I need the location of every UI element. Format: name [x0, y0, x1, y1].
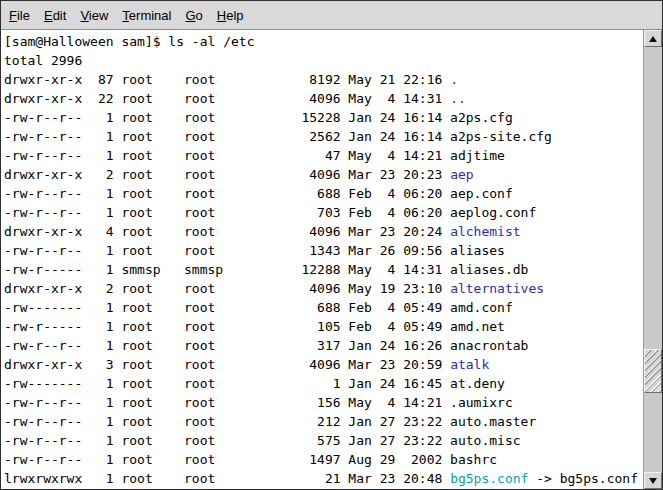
- terminal-line: -rw-r--r-- 1 root root 156 May 4 14:21 .…: [4, 393, 643, 412]
- arrow-up-icon: [649, 36, 657, 42]
- terminal-line: drwxr-xr-x 22 root root 4096 May 4 14:31…: [4, 89, 643, 108]
- terminal-line: -rw-r--r-- 1 root root 575 Jan 27 23:22 …: [4, 431, 643, 450]
- terminal-text: drwxr-xr-x 22 root root 4096 May 4 14:31: [4, 91, 450, 106]
- directory-name: .: [450, 72, 458, 87]
- terminal-text: total 2996: [4, 53, 82, 68]
- menu-file[interactable]: File: [2, 3, 37, 28]
- menu-help[interactable]: Help: [210, 3, 251, 28]
- terminal-text: -rw-r--r-- 1 root root 317 Jan 24 16:26 …: [4, 338, 528, 353]
- terminal-line: -rw-r--r-- 1 root root 688 Feb 4 06:20 a…: [4, 184, 643, 203]
- menu-go[interactable]: Go: [178, 3, 209, 28]
- scrollbar-track[interactable]: [644, 47, 662, 472]
- terminal-text: -rw------- 1 root root 1 Jan 24 16:45 at…: [4, 376, 505, 391]
- terminal-text: -rw-r--r-- 1 root root 47 May 4 14:21 ad…: [4, 148, 505, 163]
- terminal-text: drwxr-xr-x 87 root root 8192 May 21 22:1…: [4, 72, 450, 87]
- terminal-text: -rw-r--r-- 1 root root 1497 Aug 29 2002 …: [4, 452, 497, 467]
- scroll-down-button[interactable]: [644, 472, 662, 489]
- terminal-line: -rw------- 1 root root 1 Jan 24 16:45 at…: [4, 374, 643, 393]
- terminal-line: drwxr-xr-x 2 root root 4096 May 19 23:10…: [4, 279, 643, 298]
- terminal-text: lrwxrwxrwx 1 root root 21 Mar 23 20:48: [4, 471, 450, 486]
- terminal-text: [sam@Halloween sam]$ ls -al /etc: [4, 34, 254, 49]
- terminal-text: -rw-r--r-- 1 root root 703 Feb 4 06:20 a…: [4, 205, 536, 220]
- scrollbar-thumb[interactable]: [644, 349, 662, 393]
- scrollbar: [643, 30, 662, 489]
- terminal-line: drwxr-xr-x 2 root root 4096 Mar 23 20:23…: [4, 165, 643, 184]
- terminal-line: total 2996: [4, 51, 643, 70]
- scroll-up-button[interactable]: [644, 30, 662, 47]
- terminal-text: -rw-r--r-- 1 root root 212 Jan 27 23:22 …: [4, 414, 536, 429]
- terminal-line: -rw-r--r-- 1 root root 212 Jan 27 23:22 …: [4, 412, 643, 431]
- symlink-name: bg5ps.conf: [450, 471, 528, 486]
- terminal-window: FileEditViewTerminalGoHelp [sam@Hallowee…: [0, 0, 663, 490]
- terminal-line: -rw-r--r-- 1 root root 15228 Jan 24 16:1…: [4, 108, 643, 127]
- terminal-line: -rw-r----- 1 root root 105 Feb 4 05:49 a…: [4, 317, 643, 336]
- terminal-line: -rw-r--r-- 1 root root 1343 Mar 26 09:56…: [4, 241, 643, 260]
- menu-edit[interactable]: Edit: [37, 3, 73, 28]
- terminal-output[interactable]: [sam@Halloween sam]$ ls -al /etctotal 29…: [1, 30, 643, 489]
- terminal-text: -rw-r----- 1 root root 105 Feb 4 05:49 a…: [4, 319, 505, 334]
- menu-view[interactable]: View: [73, 3, 115, 28]
- terminal-line: drwxr-xr-x 87 root root 8192 May 21 22:1…: [4, 70, 643, 89]
- terminal-text: -rw-r----- 1 smmsp smmsp 12288 May 4 14:…: [4, 262, 528, 277]
- terminal-content: [sam@Halloween sam]$ ls -al /etctotal 29…: [1, 30, 662, 489]
- menu-bar: FileEditViewTerminalGoHelp: [1, 1, 662, 30]
- terminal-text: -rw-r--r-- 1 root root 15228 Jan 24 16:1…: [4, 110, 513, 125]
- terminal-line: lrwxrwxrwx 1 root root 21 Mar 23 20:48 b…: [4, 469, 643, 488]
- terminal-text: drwxr-xr-x 4 root root 4096 Mar 23 20:24: [4, 224, 450, 239]
- terminal-text: drwxr-xr-x 2 root root 4096 Mar 23 20:23: [4, 167, 450, 182]
- terminal-text: -rw------- 1 root root 688 Feb 4 05:49 a…: [4, 300, 513, 315]
- terminal-text: drwxr-xr-x 2 root root 4096 May 19 23:10: [4, 281, 450, 296]
- terminal-line: -rw-r----- 1 smmsp smmsp 12288 May 4 14:…: [4, 260, 643, 279]
- terminal-text: -rw-r--r-- 1 root root 1343 Mar 26 09:56…: [4, 243, 505, 258]
- terminal-line: -rw-r--r-- 1 root root 1497 Aug 29 2002 …: [4, 450, 643, 469]
- terminal-text: -rw-r--r-- 1 root root 156 May 4 14:21 .…: [4, 395, 513, 410]
- terminal-text: -> bg5ps.conf: [528, 471, 638, 486]
- terminal-line: drwxr-xr-x 4 root root 4096 Mar 23 20:24…: [4, 222, 643, 241]
- terminal-line: -rw-r--r-- 1 root root 703 Feb 4 06:20 a…: [4, 203, 643, 222]
- directory-name: aep: [450, 167, 473, 182]
- directory-name: atalk: [450, 357, 489, 372]
- terminal-text: -rw-r--r-- 1 root root 688 Feb 4 06:20 a…: [4, 186, 513, 201]
- directory-name: alchemist: [450, 224, 520, 239]
- arrow-down-icon: [649, 478, 657, 484]
- terminal-text: -rw-r--r-- 1 root root 575 Jan 27 23:22 …: [4, 433, 521, 448]
- menu-terminal[interactable]: Terminal: [115, 3, 178, 28]
- terminal-line: drwxr-xr-x 3 root root 4096 Mar 23 20:59…: [4, 355, 643, 374]
- terminal-text: drwxr-xr-x 3 root root 4096 Mar 23 20:59: [4, 357, 450, 372]
- directory-name: ..: [450, 91, 466, 106]
- terminal-line: [sam@Halloween sam]$ ls -al /etc: [4, 32, 643, 51]
- terminal-line: -rw-r--r-- 1 root root 47 May 4 14:21 ad…: [4, 146, 643, 165]
- terminal-line: -rw------- 1 root root 688 Feb 4 05:49 a…: [4, 298, 643, 317]
- terminal-line: -rw-r--r-- 1 root root 317 Jan 24 16:26 …: [4, 336, 643, 355]
- directory-name: alternatives: [450, 281, 544, 296]
- terminal-text: -rw-r--r-- 1 root root 2562 Jan 24 16:14…: [4, 129, 552, 144]
- terminal-line: -rw-r--r-- 1 root root 2562 Jan 24 16:14…: [4, 127, 643, 146]
